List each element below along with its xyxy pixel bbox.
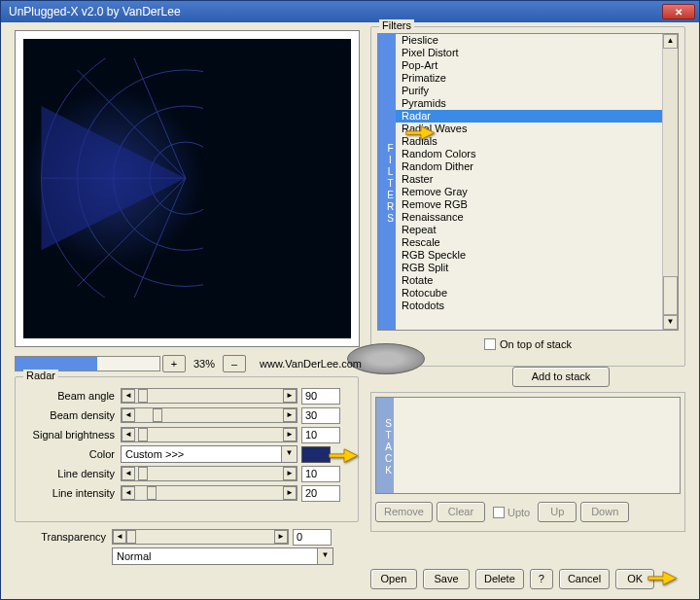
filter-item[interactable]: Random Dither: [396, 160, 662, 173]
filter-item[interactable]: Pop-Art: [396, 59, 662, 72]
stack-down-button[interactable]: Down: [580, 502, 629, 522]
scroll-track[interactable]: [663, 49, 678, 276]
delete-button[interactable]: Delete: [475, 569, 524, 589]
filter-item[interactable]: Rescale: [396, 236, 662, 249]
radar-preview-icon: [23, 58, 203, 298]
scroll-thumb[interactable]: [663, 276, 678, 315]
beam-angle-value[interactable]: 90: [301, 388, 340, 405]
save-button[interactable]: Save: [423, 569, 470, 589]
stack-up-button[interactable]: Up: [538, 502, 577, 522]
filter-item[interactable]: Raster: [396, 173, 662, 186]
filter-item[interactable]: Purify: [396, 85, 662, 97]
filter-item[interactable]: Remove RGB: [396, 198, 662, 211]
chevron-down-icon[interactable]: ▼: [317, 548, 332, 564]
zoom-out-button[interactable]: –: [223, 355, 246, 372]
filter-item[interactable]: Random Colors: [396, 148, 662, 160]
filter-item[interactable]: Repeat: [396, 224, 662, 236]
scroll-up-icon[interactable]: ▲: [663, 34, 678, 49]
transparency-slider[interactable]: ◄►: [112, 529, 289, 545]
dialog-buttons: Open Save Delete ? Cancel OK: [370, 569, 654, 589]
stack-items[interactable]: [394, 398, 680, 493]
filter-item[interactable]: Rotate: [396, 274, 662, 287]
line-density-value[interactable]: 10: [301, 466, 340, 482]
filter-item[interactable]: Rotodots: [396, 300, 662, 312]
zoom-in-button[interactable]: +: [162, 355, 186, 372]
upto-checkbox[interactable]: [493, 507, 505, 518]
filter-item[interactable]: Primatize: [396, 72, 662, 85]
radar-group-label: Radar: [23, 370, 58, 381]
filters-scrollbar[interactable]: ▲ ▼: [662, 34, 678, 330]
filter-item[interactable]: RGB Speckle: [396, 249, 662, 262]
beam-density-slider[interactable]: ◄►: [121, 407, 298, 423]
filter-item[interactable]: Radial Waves: [396, 123, 662, 135]
transparency-label: Transparency: [15, 531, 112, 543]
scroll-down-icon[interactable]: ▼: [663, 315, 678, 330]
color-dropdown-value: Custom >>>: [125, 448, 184, 460]
close-button[interactable]: ✕: [662, 4, 695, 19]
color-dropdown[interactable]: Custom >>> ▼: [121, 445, 298, 463]
filter-item[interactable]: Renaissance: [396, 211, 662, 224]
content-area: Filters FILTERS PieslicePixel DistortPop…: [1, 22, 699, 599]
radar-params-group: Radar Beam angle ◄► 90 Beam density ◄► 3…: [15, 376, 359, 522]
help-button[interactable]: ?: [530, 569, 553, 589]
color-swatch[interactable]: [301, 446, 331, 463]
signal-brightness-label: Signal brightness: [23, 429, 121, 441]
filter-item[interactable]: Radials: [396, 135, 662, 148]
preview-panel: [15, 30, 360, 347]
preview-image[interactable]: [23, 39, 351, 338]
line-intensity-value[interactable]: 20: [301, 485, 340, 502]
stack-listbox[interactable]: STACK: [375, 397, 681, 494]
stack-clear-button[interactable]: Clear: [437, 502, 485, 522]
stack-group: STACK Remove Clear Upto Up Down: [370, 392, 685, 532]
filter-listbox[interactable]: FILTERS PieslicePixel DistortPop-ArtPrim…: [377, 33, 679, 331]
beam-angle-slider[interactable]: ◄►: [121, 388, 298, 404]
line-intensity-slider[interactable]: ◄►: [121, 485, 298, 501]
close-icon: ✕: [675, 7, 682, 18]
on-top-checkbox[interactable]: [484, 338, 496, 350]
signal-brightness-slider[interactable]: ◄►: [121, 427, 298, 442]
app-window: UnPlugged-X v2.0 by VanDerLee ✕: [0, 0, 700, 600]
zoom-percent: 33%: [188, 358, 221, 370]
filters-side-tab[interactable]: FILTERS: [378, 34, 396, 330]
beam-angle-label: Beam angle: [23, 390, 121, 402]
line-density-slider[interactable]: ◄►: [121, 466, 298, 481]
color-label: Color: [23, 448, 121, 460]
ok-button[interactable]: OK: [615, 569, 654, 589]
filter-item[interactable]: Radar: [396, 110, 662, 123]
title-bar[interactable]: UnPlugged-X v2.0 by VanDerLee ✕: [1, 1, 699, 22]
zoom-controls: + 33% – www.VanDerLee.com: [15, 355, 362, 372]
vendor-url: www.VanDerLee.com: [248, 358, 362, 370]
filters-group: Filters FILTERS PieslicePixel DistortPop…: [370, 26, 685, 367]
filter-item[interactable]: Remove Gray: [396, 186, 662, 198]
filter-item[interactable]: Pieslice: [396, 34, 662, 47]
filter-items[interactable]: PieslicePixel DistortPop-ArtPrimatizePur…: [396, 34, 662, 330]
filters-group-label: Filters: [379, 19, 414, 31]
blend-mode-value: Normal: [117, 550, 151, 562]
stack-side-tab[interactable]: STACK: [376, 398, 394, 493]
beam-density-value[interactable]: 30: [301, 407, 340, 424]
stack-remove-button[interactable]: Remove: [375, 502, 433, 522]
line-density-label: Line density: [23, 468, 121, 479]
filter-item[interactable]: Pixel Distort: [396, 47, 662, 59]
blend-mode-dropdown[interactable]: Normal ▼: [112, 547, 333, 565]
chevron-down-icon[interactable]: ▼: [281, 446, 297, 462]
cancel-button[interactable]: Cancel: [559, 569, 610, 589]
add-to-stack-button[interactable]: Add to stack: [512, 367, 610, 387]
filter-item[interactable]: Rotocube: [396, 287, 662, 300]
on-top-label: On top of stack: [500, 338, 572, 350]
transparency-value[interactable]: 0: [293, 529, 332, 546]
open-button[interactable]: Open: [370, 569, 417, 589]
line-intensity-label: Line intensity: [23, 487, 121, 499]
filter-item[interactable]: RGB Split: [396, 262, 662, 274]
window-title: UnPlugged-X v2.0 by VanDerLee: [5, 5, 662, 18]
beam-density-label: Beam density: [23, 409, 121, 421]
signal-brightness-value[interactable]: 10: [301, 427, 340, 443]
filter-item[interactable]: Pyramids: [396, 97, 662, 110]
upto-label: Upto: [508, 507, 530, 518]
transparency-row: Transparency ◄► 0 Normal ▼: [15, 528, 359, 567]
